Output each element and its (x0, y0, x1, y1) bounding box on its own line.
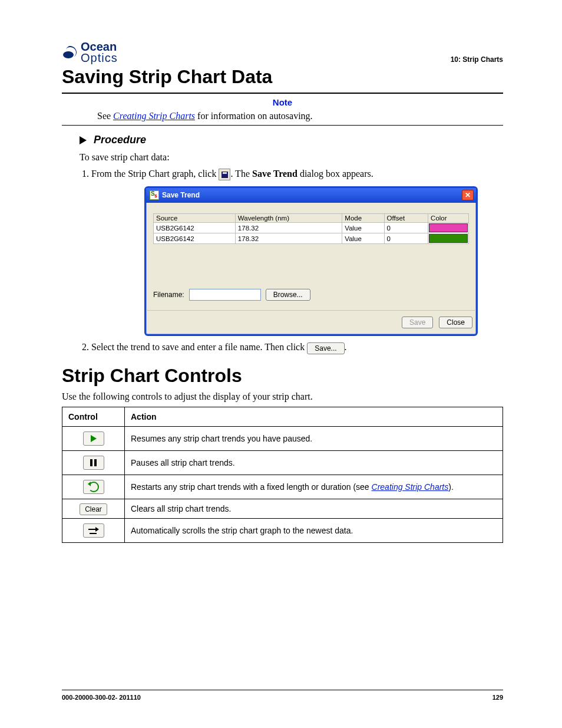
table-row: Resumes any strip chart trends you have … (62, 426, 503, 450)
svg-point-0 (63, 51, 74, 58)
triangle-right-icon (80, 136, 87, 144)
filename-label: Filename: (153, 291, 184, 299)
row-text: Pauses all strip chart trends. (125, 450, 503, 475)
row-text: Automatically scrolls the strip chart gr… (125, 518, 503, 542)
logo-mark-icon (62, 44, 78, 61)
divider (62, 93, 503, 94)
arrow-right-icon (88, 527, 99, 534)
dialog-title: Save Trend (162, 191, 200, 199)
close-button[interactable]: Close (439, 317, 472, 328)
note-prefix: See (97, 111, 113, 121)
row-text: Clears all strip chart trends. (125, 499, 503, 518)
col-mode[interactable]: Mode (342, 214, 384, 223)
table-row: USB2G6142 178.32 Value 0 (154, 223, 469, 233)
col-action: Action (125, 407, 503, 426)
table-row: USB2G6142 178.32 Value 0 (154, 233, 469, 244)
save-trend-dialog: Save Trend ✕ Source Wavelength (nm) Mode… (144, 186, 478, 336)
step2-post: . (345, 342, 347, 352)
play-icon (91, 435, 97, 442)
procedure-intro: To save strip chart data: (80, 152, 503, 163)
controls-table: Control Action Resumes any strip chart t… (62, 407, 503, 543)
creating-strip-charts-link[interactable]: Creating Strip Charts (113, 111, 195, 121)
note-heading: Note (62, 97, 503, 107)
color-swatch (429, 223, 468, 232)
procedure-heading: Procedure (94, 134, 146, 146)
app-icon (150, 190, 159, 200)
step1-pre: From the Strip Chart graph, click (91, 169, 219, 179)
logo-line2: Optics (81, 52, 118, 64)
col-control: Control (62, 407, 125, 426)
controls-intro: Use the following controls to adjust the… (62, 391, 503, 402)
brand-logo: Ocean Optics (62, 41, 118, 64)
trend-table[interactable]: Source Wavelength (nm) Mode Offset Color… (153, 213, 469, 244)
divider (62, 125, 503, 126)
creating-strip-charts-link[interactable]: Creating Strip Charts (372, 482, 449, 492)
restart-button[interactable] (83, 480, 104, 494)
table-row: Pauses all strip chart trends. (62, 450, 503, 475)
close-button[interactable]: ✕ (462, 190, 474, 200)
section-title: Strip Chart Controls (62, 365, 503, 387)
row-text: Resumes any strip chart trends you have … (125, 426, 503, 450)
table-row: Restarts any strip chart trends with a f… (62, 475, 503, 499)
step1-bold: Save Trend (252, 169, 297, 179)
col-color[interactable]: Color (428, 214, 469, 223)
page-number: 129 (492, 694, 503, 701)
table-row: Clear Clears all strip chart trends. (62, 499, 503, 518)
note-suffix: for information on autosaving. (195, 111, 313, 121)
table-row: Automatically scrolls the strip chart gr… (62, 518, 503, 542)
pause-icon (90, 459, 97, 466)
autoscroll-button[interactable] (83, 523, 104, 538)
page-title: Saving Strip Chart Data (62, 66, 503, 88)
clear-button[interactable]: Clear (80, 503, 107, 515)
step-2: Select the trend to save and enter a fil… (91, 342, 503, 354)
chapter-label: 10: Strip Charts (451, 55, 503, 64)
doc-number: 000-20000-300-02- 201110 (62, 694, 141, 701)
step-1: From the Strip Chart graph, click . The … (91, 169, 503, 336)
play-button[interactable] (83, 431, 104, 446)
save-button[interactable]: Save (402, 317, 433, 328)
step1-post: dialog box appears. (297, 169, 373, 179)
color-swatch (429, 234, 468, 243)
reload-icon (88, 482, 99, 492)
step1-mid: . The (230, 169, 252, 179)
col-offset[interactable]: Offset (384, 214, 428, 223)
browse-button[interactable]: Browse... (266, 289, 310, 301)
row-text: Restarts any strip chart trends with a f… (125, 475, 503, 499)
col-wavelength[interactable]: Wavelength (nm) (235, 214, 342, 223)
col-source[interactable]: Source (154, 214, 236, 223)
save-icon (219, 169, 230, 180)
save-inline-button[interactable]: Save... (307, 342, 344, 354)
note-body: See Creating Strip Charts for informatio… (97, 111, 485, 121)
pause-button[interactable] (83, 456, 104, 470)
step2-pre: Select the trend to save and enter a fil… (91, 342, 307, 352)
filename-input[interactable] (189, 289, 261, 301)
